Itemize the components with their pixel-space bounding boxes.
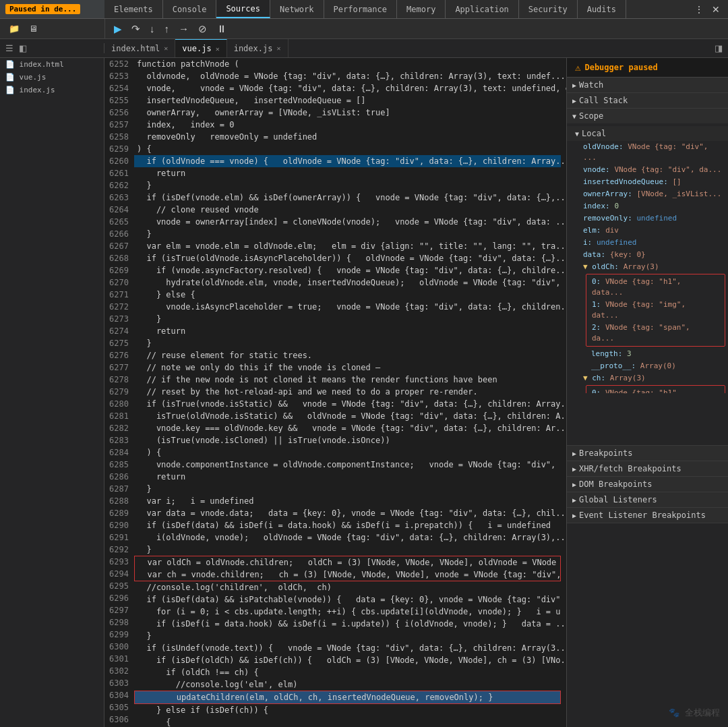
close-index-js[interactable]: ✕: [276, 45, 280, 52]
left-sidebar: 📄 index.html 📄 vue.js 📄 index.js: [0, 58, 104, 727]
file-tabs-area: index.html ✕ vue.js ✕ index.js ✕: [104, 39, 712, 57]
file-panel-controls: ☰ ◧: [0, 43, 104, 53]
event-listeners-section: ▶ Event Listener Breakpoints: [567, 508, 728, 523]
warning-icon: ⚠: [575, 62, 580, 73]
scope-oldch[interactable]: ▼ oldCh: Array(3): [567, 261, 728, 273]
global-listeners-header[interactable]: ▶ Global Listeners: [567, 492, 728, 507]
tab-application[interactable]: Application: [446, 0, 518, 18]
scope-oldch-0[interactable]: 0: VNode {tag: "h1", data...: [589, 276, 722, 299]
code-content[interactable]: 6252625362546255625662576258625962606261…: [104, 58, 566, 727]
scope-data[interactable]: data: {key: 0}: [567, 249, 728, 261]
scope-ch-items: 0: VNode {tag: "h1", data... 1: VNode {t…: [586, 385, 725, 393]
dom-header[interactable]: ▶ DOM Breakpoints: [567, 477, 728, 492]
code-editor: 6252625362546255625662576258625962606261…: [104, 58, 566, 727]
nav-tabs: Elements Console Sources Network Perform…: [104, 0, 626, 18]
breakpoints-header[interactable]: ▶ Breakpoints: [567, 446, 728, 461]
scope-ch-0[interactable]: 0: VNode {tag: "h1", data...: [589, 387, 722, 393]
scope-elm[interactable]: elm: div: [567, 225, 728, 237]
scope-index[interactable]: index: 0: [567, 200, 728, 212]
pause-resume-button[interactable]: ▶: [111, 22, 125, 36]
scope-vnode[interactable]: vnode: VNode {tag: "div", da...: [567, 164, 728, 176]
dom-arrow: ▶: [572, 481, 576, 488]
scope-header[interactable]: ▼ Scope: [567, 109, 728, 123]
scope-insertedvnodequeue[interactable]: insertedVnodeQueue: []: [567, 176, 728, 188]
sidebar-item-2[interactable]: 📄 vue.js: [0, 71, 104, 84]
step-button[interactable]: →: [175, 22, 192, 36]
step-out-button[interactable]: ↑: [161, 22, 173, 36]
event-listeners-arrow: ▶: [572, 512, 576, 519]
watermark: 🐾 全栈编程: [567, 699, 728, 727]
tab-elements[interactable]: Elements: [104, 0, 163, 18]
event-listeners-label: Event Listener Breakpoints: [579, 511, 706, 520]
tab-network[interactable]: Network: [270, 0, 324, 18]
debug-controls: ▶ ↷ ↓ ↑ → ⊘ ⏸: [105, 22, 728, 36]
scope-removeonly[interactable]: removeOnly: undefined: [567, 212, 728, 225]
file-tab-vue-js[interactable]: vue.js ✕: [175, 39, 226, 57]
step-into-button[interactable]: ↓: [146, 22, 158, 36]
xhr-arrow: ▶: [572, 465, 576, 473]
tab-console[interactable]: Console: [163, 0, 217, 18]
sidebar-item-3[interactable]: 📄 index.js: [0, 84, 104, 96]
scope-oldvnode[interactable]: oldVnode: VNode {tag: "div", ...: [567, 141, 728, 164]
scope-oldch-2[interactable]: 2: VNode {tag: "span", da...: [589, 322, 722, 345]
scope-content: ▼ Local oldVnode: VNode {tag: "div", ...…: [567, 123, 728, 393]
scope-oldch-length: length: 3: [567, 348, 728, 360]
sidebar-item-1[interactable]: 📄 index.html: [0, 58, 104, 71]
local-arrow: ▼: [575, 130, 579, 138]
paused-indicator: Paused in de...: [0, 0, 104, 18]
close-vue-js[interactable]: ✕: [216, 45, 220, 53]
code-lines: function patchVnode ( oldvnode, oldVnode…: [134, 58, 566, 727]
breakpoints-arrow: ▶: [572, 450, 576, 457]
tab-memory[interactable]: Memory: [397, 0, 446, 18]
close-devtools-button[interactable]: ✕: [709, 3, 723, 16]
xhr-label: XHR/fetch Breakpoints: [579, 464, 681, 473]
file-tab-index-html[interactable]: index.html ✕: [104, 39, 175, 57]
scope-ch[interactable]: ▼ ch: Array(3): [567, 372, 728, 384]
local-header[interactable]: ▼ Local: [567, 126, 728, 141]
call-stack-section: ▶ Call Stack: [567, 93, 728, 109]
tab-security[interactable]: Security: [519, 0, 578, 18]
main-area: 📄 index.html 📄 vue.js 📄 index.js 6252625…: [0, 58, 728, 727]
step-over-button[interactable]: ↷: [128, 22, 144, 36]
file-tab-index-js[interactable]: index.js ✕: [227, 39, 289, 57]
more-options-button[interactable]: ⋮: [692, 3, 706, 16]
watch-label: Watch: [579, 80, 603, 90]
filesystem-button[interactable]: 🖥: [26, 22, 41, 35]
event-listeners-header[interactable]: ▶ Event Listener Breakpoints: [567, 508, 728, 523]
scope-oldch-1[interactable]: 1: VNode {tag: "img", dat...: [589, 299, 722, 322]
scope-section: ▼ Scope ▼ Local oldVnode: VNode {tag: "d…: [567, 109, 728, 446]
right-panel: ⚠ Debugger paused ▶ Watch ▶ Call Stack ▼…: [566, 58, 728, 727]
watch-arrow: ▶: [572, 82, 576, 89]
watch-header[interactable]: ▶ Watch: [567, 78, 728, 92]
scope-label: Scope: [579, 111, 603, 121]
global-listeners-label: Global Listeners: [579, 495, 657, 504]
deactivate-breakpoints-button[interactable]: ⊘: [195, 22, 210, 36]
local-label: Local: [582, 129, 606, 138]
file-panel-icon[interactable]: ◧: [16, 43, 30, 53]
watch-section: ▶ Watch: [567, 78, 728, 93]
dom-label: DOM Breakpoints: [579, 479, 652, 489]
tab-performance[interactable]: Performance: [324, 0, 397, 18]
line-numbers: 6252625362546255625662576258625962606261…: [104, 58, 134, 727]
tab-audits[interactable]: Audits: [578, 0, 626, 18]
toolbar-left: 📁 🖥: [0, 22, 104, 35]
xhr-section: ▶ XHR/fetch Breakpoints: [567, 461, 728, 477]
debugger-paused-text: Debugger paused: [584, 63, 657, 72]
call-stack-header[interactable]: ▶ Call Stack: [567, 93, 728, 108]
xhr-header[interactable]: ▶ XHR/fetch Breakpoints: [567, 461, 728, 476]
paused-badge: Paused in de...: [5, 4, 80, 14]
file-tabs-bar: ☰ ◧ index.html ✕ vue.js ✕ index.js ✕ ◨: [0, 39, 728, 58]
file-panel-toggle[interactable]: ☰: [3, 43, 16, 53]
top-bar-actions: ⋮ ✕: [692, 3, 728, 16]
dont-pause-exceptions-button[interactable]: ⏸: [213, 22, 230, 36]
tab-sources[interactable]: Sources: [216, 0, 270, 18]
debugger-toolbar: 📁 🖥 ▶ ↷ ↓ ↑ → ⊘ ⏸: [0, 19, 728, 39]
scope-oldch-proto[interactable]: __proto__: Array(0): [567, 360, 728, 372]
scope-ownerarray[interactable]: ownerArray: [VNode, _isVList...: [567, 188, 728, 200]
file-panel-right-toggle[interactable]: ◨: [712, 43, 728, 53]
scope-i[interactable]: i: undefined: [567, 237, 728, 249]
close-index-html[interactable]: ✕: [164, 45, 168, 52]
top-nav-bar: Paused in de... Elements Console Sources…: [0, 0, 728, 19]
add-folder-button[interactable]: 📁: [5, 22, 23, 35]
global-listeners-section: ▶ Global Listeners: [567, 492, 728, 508]
